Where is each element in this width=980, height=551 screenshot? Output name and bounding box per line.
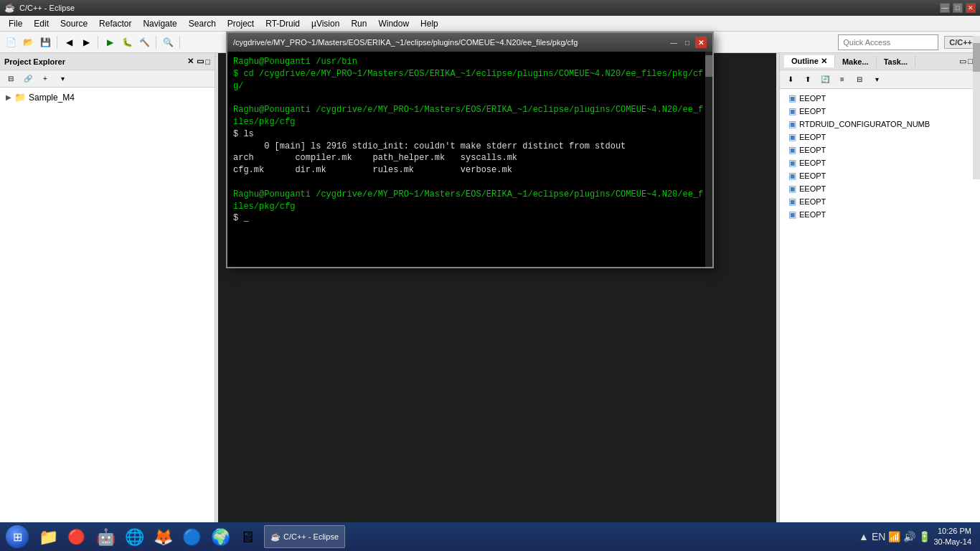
search-toolbar-button[interactable]: 🔍 bbox=[160, 34, 176, 50]
menu-source[interactable]: Source bbox=[55, 17, 93, 30]
back-button[interactable]: ◀ bbox=[61, 34, 77, 50]
taskbar-icon-chrome[interactable]: 🔵 bbox=[178, 524, 204, 550]
outline-item-5[interactable]: ▣ EEOPT bbox=[786, 156, 974, 169]
taskbar-icon-monitor[interactable]: 🖥 bbox=[235, 524, 261, 550]
outline-label-8: EEOPT bbox=[799, 197, 826, 206]
menu-window[interactable]: Window bbox=[372, 17, 415, 30]
menu-rtdruid[interactable]: RT-Druid bbox=[260, 17, 306, 30]
clock-time: 10:26 PM bbox=[933, 526, 971, 537]
close-button[interactable]: ✕ bbox=[966, 3, 976, 13]
forward-button[interactable]: ▶ bbox=[78, 34, 94, 50]
taskbar-icon-android[interactable]: 🤖 bbox=[92, 524, 118, 550]
maximize-button[interactable]: □ bbox=[953, 3, 963, 13]
term-line-10: $ _ bbox=[233, 212, 707, 225]
menu-edit[interactable]: Edit bbox=[28, 17, 55, 30]
menu-uvision[interactable]: µVision bbox=[306, 17, 345, 30]
panel-min-icon[interactable]: ▭ bbox=[959, 57, 966, 66]
outline-label-6: EEOPT bbox=[799, 171, 826, 180]
terminal-titlebar: /cygdrive/e/MY_PRO~1/Masters/EOS/ERIKA_~… bbox=[227, 33, 712, 52]
outline-item-0[interactable]: ▣ EEOPT bbox=[786, 92, 974, 105]
outline-item-6[interactable]: ▣ EEOPT bbox=[786, 169, 974, 182]
menu-refactor[interactable]: Refactor bbox=[93, 17, 137, 30]
tray-network-icon[interactable]: 📶 bbox=[888, 531, 900, 542]
project-explorer-toolbar: ⊟ 🔗 + ▾ bbox=[0, 70, 215, 88]
outline-label-9: EEOPT bbox=[799, 210, 826, 219]
outline-sort-btn[interactable]: ⬇ bbox=[783, 72, 798, 88]
outline-item-7[interactable]: ▣ EEOPT bbox=[786, 182, 974, 195]
tray-language-icon[interactable]: EN bbox=[872, 531, 885, 542]
outline-up-btn[interactable]: ⬆ bbox=[800, 72, 816, 88]
outline-item-3[interactable]: ▣ EEOPT bbox=[786, 131, 974, 143]
maximize-panel-icon[interactable]: □ bbox=[205, 57, 210, 66]
minimize-panel-icon[interactable]: ▭ bbox=[197, 57, 204, 66]
panel-max-icon[interactable]: □ bbox=[968, 57, 973, 66]
outline-item-1[interactable]: ▣ EEOPT bbox=[786, 105, 974, 118]
taskbar-icon-firefox[interactable]: 🦊 bbox=[149, 524, 175, 550]
menu-file[interactable]: File bbox=[3, 17, 28, 30]
clock[interactable]: 10:26 PM 30-May-14 bbox=[933, 526, 971, 548]
save-button[interactable]: 💾 bbox=[37, 34, 53, 50]
right-scrollbar[interactable] bbox=[973, 36, 980, 179]
menu-search[interactable]: Search bbox=[183, 17, 222, 30]
quick-access-input[interactable] bbox=[838, 34, 938, 50]
outline-icon-6: ▣ bbox=[788, 171, 796, 181]
new-button[interactable]: 📄 bbox=[3, 34, 19, 50]
terminal-minimize-btn[interactable]: — bbox=[668, 37, 679, 48]
taskbar-active-app[interactable]: ☕ C/C++ - Eclipse bbox=[264, 525, 345, 548]
tab-make[interactable]: Make... bbox=[835, 56, 877, 67]
collapse-all-button[interactable]: ⊟ bbox=[3, 71, 19, 87]
tray-battery-icon[interactable]: 🔋 bbox=[918, 531, 930, 542]
tray-expand-icon[interactable]: ▲ bbox=[859, 531, 869, 542]
outline-item-8[interactable]: ▣ EEOPT bbox=[786, 195, 974, 208]
outline-item-4[interactable]: ▣ EEOPT bbox=[786, 143, 974, 156]
outline-collapse-btn[interactable]: ⊟ bbox=[852, 72, 867, 88]
tray-volume-icon[interactable]: 🔊 bbox=[903, 531, 915, 542]
taskbar-icon-files[interactable]: 📁 bbox=[34, 524, 60, 550]
minimize-button[interactable]: — bbox=[940, 3, 950, 13]
outline-label-1: EEOPT bbox=[799, 107, 826, 116]
outline-hide-btn[interactable]: ≡ bbox=[834, 72, 850, 88]
taskbar-icon-red[interactable]: 🔴 bbox=[63, 524, 89, 550]
run-button[interactable]: ▶ bbox=[102, 34, 118, 50]
tab-outline[interactable]: Outline ✕ bbox=[784, 55, 835, 67]
tab-tasks[interactable]: Task... bbox=[877, 56, 915, 67]
menu-run[interactable]: Run bbox=[345, 17, 372, 30]
project-label: Sample_M4 bbox=[29, 93, 75, 103]
panel-menu-button[interactable]: ▾ bbox=[55, 71, 70, 87]
outline-label-3: EEOPT bbox=[799, 133, 826, 141]
menu-navigate[interactable]: Navigate bbox=[137, 17, 182, 30]
project-explorer-close-icon[interactable]: ✕ bbox=[187, 57, 194, 66]
taskbar-icon-globe2[interactable]: 🌍 bbox=[207, 524, 232, 550]
outline-filter-btn[interactable]: ▾ bbox=[869, 72, 885, 88]
chrome-icon: 🔵 bbox=[182, 528, 199, 545]
quick-access-box: C/C++ bbox=[838, 34, 977, 50]
debug-button[interactable]: 🐛 bbox=[119, 34, 135, 50]
open-button[interactable]: 📂 bbox=[20, 34, 36, 50]
window-controls: — □ ✕ bbox=[940, 3, 976, 13]
outline-icon-1: ▣ bbox=[788, 106, 796, 116]
menu-project[interactable]: Project bbox=[222, 17, 260, 30]
firefox-icon: 🦊 bbox=[154, 528, 171, 545]
build-button[interactable]: 🔨 bbox=[136, 34, 152, 50]
make-tab-label: Make... bbox=[842, 57, 869, 66]
outline-icon-7: ▣ bbox=[788, 184, 796, 194]
link-editor-button[interactable]: 🔗 bbox=[20, 71, 36, 87]
outline-sync-btn[interactable]: 🔄 bbox=[817, 72, 833, 88]
terminal-close-btn[interactable]: ✕ bbox=[695, 37, 707, 48]
start-button[interactable]: ⊞ bbox=[3, 524, 32, 550]
new-project-button[interactable]: + bbox=[37, 71, 53, 87]
toolbar-separator-4 bbox=[179, 36, 180, 49]
taskbar-icon-globe-purple[interactable]: 🌐 bbox=[121, 524, 146, 550]
outline-item-2[interactable]: ▣ RTDRUID_CONFIGURATOR_NUMB bbox=[786, 118, 974, 131]
app-title: C/C++ - Eclipse bbox=[283, 532, 339, 541]
tree-item-sample-m4[interactable]: ▶ 📁 Sample_M4 bbox=[0, 90, 215, 104]
app-icon: ☕ bbox=[270, 532, 281, 542]
outline-item-9[interactable]: ▣ EEOPT bbox=[786, 208, 974, 221]
terminal-content[interactable]: Raghu@Ponuganti /usr/bin $ cd /cygdrive/… bbox=[227, 52, 712, 267]
outline-icon-2: ▣ bbox=[788, 119, 796, 129]
terminal-scrollbar[interactable] bbox=[705, 52, 712, 267]
right-scrollbar-thumb bbox=[973, 43, 980, 72]
outline-content: ▣ EEOPT ▣ EEOPT ▣ RTDRUID_CONFIGURATOR_N… bbox=[780, 89, 980, 529]
terminal-maximize-btn[interactable]: □ bbox=[682, 37, 693, 48]
menu-help[interactable]: Help bbox=[415, 17, 444, 30]
